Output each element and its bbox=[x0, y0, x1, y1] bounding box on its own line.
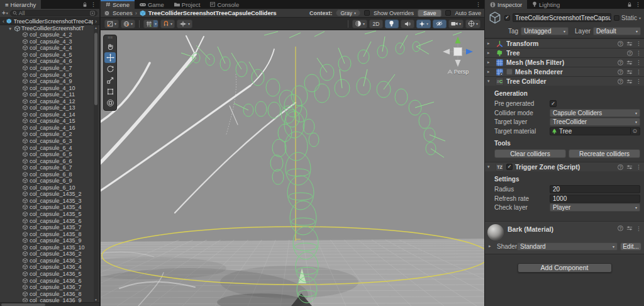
presets-icon[interactable] bbox=[626, 60, 633, 65]
overlay-drag-handle[interactable]: ≡≡ bbox=[104, 35, 116, 40]
hierarchy-list-item[interactable]: col_capsule_1435_9 bbox=[0, 237, 94, 244]
breadcrumb-prefab-name[interactable]: TreeColliderScreenshotTreeCapsuleCollide… bbox=[148, 9, 277, 16]
save-button[interactable]: Save bbox=[418, 9, 442, 17]
panel-menu-icon[interactable]: ⋮ bbox=[475, 1, 481, 8]
hierarchy-list-item[interactable]: col_capsule_4_12 bbox=[0, 98, 94, 105]
presets-icon[interactable] bbox=[626, 225, 633, 231]
hierarchy-vertical-scrollbar[interactable]: ▲ ▼ bbox=[94, 25, 98, 302]
hierarchy-list-item[interactable]: col_capsule_4_9 bbox=[0, 78, 94, 85]
scene-camera-button[interactable]: ▾ bbox=[448, 20, 464, 28]
tab-hierarchy[interactable]: ≡ Hierarchy bbox=[0, 0, 41, 9]
component-menu-icon[interactable]: ⋮ bbox=[636, 78, 641, 84]
scene-viewport[interactable]: ≡≡ bbox=[101, 30, 484, 306]
hierarchy-list-item[interactable]: col_capsule_6_10 bbox=[0, 184, 94, 191]
component-tree-collider[interactable]: ▾ #C Tree Collider ?⋮ bbox=[485, 76, 644, 86]
hierarchy-list-item[interactable]: col_capsule_6_9 bbox=[0, 178, 94, 184]
hierarchy-list-item[interactable]: col_capsule_4_14 bbox=[0, 111, 94, 118]
hierarchy-list-item[interactable]: col_capsule_4_5 bbox=[0, 52, 94, 59]
scrollbar-thumb[interactable] bbox=[94, 33, 97, 105]
breadcrumb-scenes[interactable]: Scenes bbox=[113, 9, 133, 16]
target-layer-dropdown[interactable]: TreeCollider▾ bbox=[550, 118, 640, 126]
help-icon[interactable]: ? bbox=[618, 225, 623, 231]
component-trigger-zone[interactable]: ▾ TZ ✓ Trigger Zone (Script) ?⋮ bbox=[485, 162, 644, 171]
hierarchy-list-item[interactable]: col_capsule_1436_6 bbox=[0, 277, 94, 284]
tag-dropdown[interactable]: Untagged ▾ bbox=[521, 27, 569, 35]
hand-tool-button[interactable] bbox=[104, 41, 116, 52]
hierarchy-list-item[interactable]: col_capsule_1436_5 bbox=[0, 271, 94, 278]
create-button[interactable]: + ▾ bbox=[2, 9, 8, 16]
component-mesh-renderer[interactable]: ▸ Mesh Renderer ?⋮ bbox=[485, 67, 644, 76]
scene-effects-toggle[interactable]: ▾ bbox=[416, 20, 431, 28]
transform-tool-button[interactable] bbox=[104, 98, 116, 108]
hierarchy-list-item[interactable]: col_capsule_1435_8 bbox=[0, 230, 94, 237]
edit-shader-button[interactable]: Edit... bbox=[620, 242, 641, 251]
panel-menu-icon[interactable]: ⋮ bbox=[635, 1, 641, 8]
search-input[interactable]: All bbox=[10, 10, 97, 16]
hierarchy-list-item[interactable]: col_capsule_1435_10 bbox=[0, 244, 94, 251]
hierarchy-list-item[interactable]: col_capsule_4_8 bbox=[0, 71, 94, 78]
hierarchy-root-item[interactable]: ▼ TreeColliderScreenshotT bbox=[0, 25, 99, 32]
material-preview-sphere[interactable] bbox=[487, 224, 504, 241]
grid-snapping-button[interactable]: ▾ bbox=[143, 20, 158, 28]
hierarchy-list-item[interactable]: col_capsule_1436_3 bbox=[0, 258, 94, 264]
hierarchy-list-item[interactable]: col_capsule_1435_2 bbox=[0, 191, 94, 198]
gameobject-name-field[interactable]: TreeColliderScreenshotTreeCapsuleC bbox=[513, 13, 611, 22]
check-layer-dropdown[interactable]: Player▾ bbox=[550, 203, 640, 212]
component-menu-icon[interactable]: ⋮ bbox=[636, 50, 641, 56]
help-icon[interactable]: ? bbox=[618, 41, 623, 47]
hierarchy-list-item[interactable]: col_capsule_6_4 bbox=[0, 144, 94, 151]
move-tool-button[interactable] bbox=[104, 52, 116, 63]
scroll-up-icon[interactable]: ▲ bbox=[94, 26, 98, 30]
help-icon[interactable]: ? bbox=[618, 60, 623, 65]
clear-colliders-button[interactable]: Clear colliders bbox=[494, 149, 566, 158]
foldout-icon[interactable]: ▸ bbox=[487, 60, 493, 65]
hierarchy-list-item[interactable]: col_capsule_4_7 bbox=[0, 65, 94, 72]
object-picker-icon[interactable]: ⊙ bbox=[630, 128, 638, 134]
shader-dropdown[interactable]: Standard▾ bbox=[517, 242, 618, 251]
presets-icon[interactable] bbox=[626, 69, 633, 75]
static-control[interactable]: Static ▾ bbox=[614, 14, 641, 21]
presets-icon[interactable] bbox=[626, 164, 633, 170]
hierarchy-list-item[interactable]: col_capsule_4_10 bbox=[0, 84, 94, 91]
foldout-icon[interactable]: ▸ bbox=[487, 69, 493, 74]
hierarchy-list-item[interactable]: col_capsule_4_2 bbox=[0, 31, 94, 38]
auto-save-checkbox[interactable] bbox=[445, 10, 451, 16]
gizmos-button[interactable]: ▾ bbox=[465, 20, 480, 28]
hierarchy-list-item[interactable]: col_capsule_4_15 bbox=[0, 118, 94, 125]
foldout-icon[interactable]: ▸ bbox=[489, 244, 494, 249]
help-icon[interactable]: ? bbox=[618, 69, 623, 75]
back-icon[interactable]: ‹ bbox=[3, 18, 4, 25]
layer-dropdown[interactable]: Default ▾ bbox=[593, 27, 641, 35]
hierarchy-list-item[interactable]: col_capsule_1436_2 bbox=[0, 251, 94, 258]
tab-inspector[interactable]: Inspector bbox=[485, 0, 527, 9]
rect-tool-button[interactable] bbox=[104, 86, 116, 97]
component-menu-icon[interactable]: ⋮ bbox=[636, 69, 641, 75]
component-menu-icon[interactable]: ⋮ bbox=[636, 40, 641, 47]
scene-visibility-toggle[interactable] bbox=[433, 20, 447, 28]
move-snap-button[interactable]: ▾ bbox=[177, 20, 192, 28]
foldout-icon[interactable]: ▾ bbox=[487, 79, 493, 84]
help-icon[interactable]: ? bbox=[627, 50, 633, 56]
lock-icon[interactable] bbox=[627, 2, 632, 8]
search-filter-icon[interactable] bbox=[90, 11, 95, 16]
hierarchy-list-item[interactable]: col_capsule_1435_5 bbox=[0, 211, 94, 218]
presets-icon[interactable] bbox=[626, 41, 633, 47]
hierarchy-list-item[interactable]: col_capsule_6_5 bbox=[0, 151, 94, 158]
scrollbar-thumb[interactable] bbox=[1, 303, 45, 306]
recreate-colliders-button[interactable]: Recreate colliders bbox=[569, 149, 640, 158]
radius-field[interactable]: 20 bbox=[550, 185, 640, 193]
prefab-breadcrumb-label[interactable]: TreeColliderScreenshotTreeCaps bbox=[14, 18, 93, 25]
chevron-down-icon[interactable]: ▾ bbox=[639, 16, 641, 20]
scene-lighting-toggle[interactable] bbox=[385, 20, 399, 28]
hierarchy-list-item[interactable]: col_capsule_4_3 bbox=[0, 38, 94, 45]
collider-mode-dropdown[interactable]: Capsule Colliders▾ bbox=[550, 109, 640, 117]
lock-icon[interactable] bbox=[82, 2, 87, 8]
foldout-icon[interactable]: ▸ bbox=[487, 50, 493, 55]
hierarchy-list-item[interactable]: col_capsule_1436_4 bbox=[0, 264, 94, 271]
hierarchy-horizontal-scrollbar[interactable] bbox=[0, 302, 99, 306]
tab-project[interactable]: Project bbox=[169, 0, 206, 9]
scroll-down-icon[interactable]: ▼ bbox=[94, 298, 98, 302]
target-material-field[interactable]: Tree ⊙ bbox=[550, 127, 640, 135]
scene-orientation-gizmo[interactable]: Persp bbox=[440, 35, 475, 75]
persp-toggle[interactable]: Persp bbox=[440, 69, 475, 75]
